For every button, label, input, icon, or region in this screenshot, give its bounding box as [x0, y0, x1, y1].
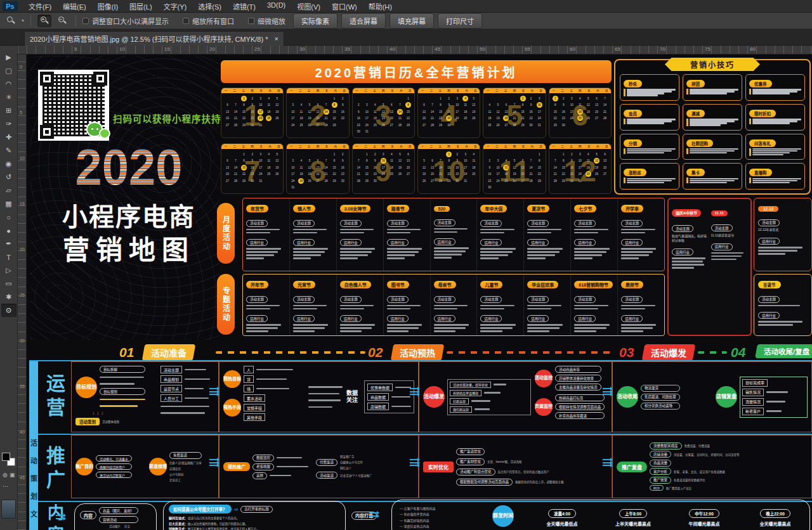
- panel-thumbnail[interactable]: [1, 500, 16, 519]
- preset-caret-icon[interactable]: ▾: [22, 18, 24, 23]
- day: 26: [494, 122, 502, 129]
- option-checkbox[interactable]: 细微缩放: [248, 16, 285, 26]
- day: 2: [445, 95, 453, 102]
- warmup-goal-node: 预热目标: [223, 370, 241, 388]
- lasso-tool[interactable]: ◠: [1, 77, 16, 91]
- crop-tool[interactable]: ⊞: [1, 104, 16, 117]
- day: 7: [428, 102, 436, 109]
- industry-label: 适用行业: [387, 315, 409, 322]
- weekday-label: 三: [373, 89, 376, 93]
- calendar-days: 1234567891011121314151617181920212223242…: [551, 95, 609, 129]
- day: 12: [273, 102, 281, 109]
- option-checkbox[interactable]: 缩放所有窗口: [183, 16, 234, 26]
- edit-toolbar-icon[interactable]: ⋯: [3, 483, 8, 489]
- marquee-tool[interactable]: ▢: [1, 64, 16, 77]
- weekday-label: 五: [587, 89, 590, 93]
- content-node: 内容: [80, 511, 96, 519]
- panel-grip[interactable]: ·······: [0, 46, 17, 51]
- dodge-tool[interactable]: ●: [1, 224, 16, 237]
- content-cluster-box: 内容 商品（图片、素材） 营销活动 活动图片 社交: [74, 503, 157, 530]
- vertical-ruler: 051015202530354045: [18, 55, 27, 530]
- text-line: [690, 124, 721, 126]
- healing-brush-tool[interactable]: ✚: [1, 131, 16, 144]
- menu-滤镜(T)[interactable]: 滤镜(T): [227, 0, 261, 13]
- pen-tool[interactable]: ✒: [1, 237, 16, 250]
- day: 21: [527, 171, 535, 178]
- day: 10: [453, 102, 461, 109]
- gradient-tool[interactable]: ▦: [1, 197, 16, 210]
- day: 21: [551, 171, 560, 178]
- calendar-weekday-header: 一二三四五六日: [221, 144, 283, 149]
- zoom-in-button[interactable]: +: [37, 15, 51, 27]
- menu-3D(D)[interactable]: 3D(D): [261, 0, 291, 13]
- menu-视图(V)[interactable]: 视图(V): [291, 0, 326, 13]
- day-blank: [289, 151, 297, 158]
- festival-day: 8: [332, 102, 337, 108]
- day: 19: [420, 171, 428, 178]
- eyedropper-tool[interactable]: ✑: [1, 117, 16, 131]
- day: 19: [593, 164, 601, 171]
- type-tool[interactable]: T: [1, 250, 16, 264]
- strip-char: 策: [30, 473, 38, 483]
- document-canvas[interactable]: 扫码可以获得小程序扶持 2020 小程序电商 营销地图 2020营销日历&全年营…: [27, 55, 812, 530]
- day: 21: [436, 171, 445, 178]
- content-type-item: — 有趣又好玩的内容: [400, 518, 482, 522]
- menu-文件(F)[interactable]: 文件(F): [23, 0, 57, 13]
- tab-close-icon[interactable]: ×: [274, 35, 278, 42]
- eraser-tool[interactable]: ▱: [1, 184, 16, 197]
- menu-窗口(W)[interactable]: 窗口(W): [326, 0, 363, 13]
- day: 24: [256, 171, 265, 178]
- checkbox-icon[interactable]: [183, 18, 189, 24]
- checkbox-icon[interactable]: [82, 18, 89, 24]
- blur-tool[interactable]: ○: [1, 210, 16, 224]
- options-button-适合屏幕[interactable]: 适合屏幕: [341, 13, 386, 29]
- day: 21: [355, 171, 363, 178]
- options-button-打印尺寸[interactable]: 打印尺寸: [438, 13, 482, 29]
- text-line: [434, 231, 458, 233]
- festival-day: 24: [258, 115, 263, 121]
- festival-card-母亲节: 母亲节活动主题适用行业: [431, 275, 478, 335]
- move-tool[interactable]: ▶: [1, 51, 16, 64]
- shape-tool[interactable]: ▭: [1, 277, 16, 290]
- tip-label: 分销: [624, 139, 642, 147]
- text-line: [434, 305, 468, 307]
- day: 2: [560, 95, 568, 102]
- options-button-实际像素[interactable]: 实际像素: [293, 13, 337, 29]
- options-button-填充屏幕[interactable]: 填充屏幕: [390, 13, 434, 29]
- history-brush-tool[interactable]: ↺: [1, 171, 16, 184]
- screen-mode-icon[interactable]: ▣: [10, 472, 15, 478]
- festival-card-夏凉节: 夏凉节活动主题适用行业: [524, 198, 571, 271]
- color-swatches[interactable]: [2, 453, 16, 467]
- menu-文字(Y)[interactable]: 文字(Y): [158, 0, 193, 13]
- zoom-tool-preset[interactable]: [4, 15, 18, 27]
- festival-card-毕业狂欢季: 毕业狂欢季活动主题适用行业: [524, 275, 571, 335]
- tip-card-社群团购: 社群团购: [683, 134, 742, 160]
- quick-mask-icon[interactable]: ◍: [3, 472, 8, 478]
- menu-选择(S)[interactable]: 选择(S): [192, 0, 227, 13]
- tip-line: [624, 181, 676, 183]
- day: 12: [305, 164, 313, 171]
- weekday-label: 五: [391, 89, 393, 93]
- menu-图像(I)[interactable]: 图像(I): [92, 0, 124, 13]
- menu-图层(L)[interactable]: 图层(L): [124, 0, 157, 13]
- checkbox-icon[interactable]: [248, 18, 254, 24]
- day: 7: [551, 158, 560, 165]
- brush-tool[interactable]: ✎: [1, 144, 16, 157]
- menu-编辑(E)[interactable]: 编辑(E): [57, 0, 92, 13]
- ruler-number: 15: [164, 46, 170, 52]
- day: 22: [331, 171, 339, 178]
- calendar-banner: 2020营销日历&全年营销计划: [221, 60, 612, 83]
- document-tab[interactable]: 2020小程序电商营销地图.jpg @ 12.5% (扫码可以获得小程序扶持, …: [24, 31, 284, 46]
- day: 9: [527, 102, 535, 109]
- menu-帮助(H)[interactable]: 帮助(H): [363, 0, 398, 13]
- zoom-out-button[interactable]: −: [55, 15, 69, 27]
- path-select-tool[interactable]: ▷: [1, 264, 16, 277]
- text-line: [246, 251, 278, 253]
- option-checkbox[interactable]: 调整窗口大小以满屏显示: [82, 16, 169, 26]
- theme-label: 活动主题: [293, 220, 315, 227]
- bullet-icon: [624, 152, 625, 154]
- hand-tool[interactable]: ✱: [1, 290, 16, 304]
- magic-wand-tool[interactable]: ✳: [1, 91, 16, 104]
- zoom-tool[interactable]: ⊙: [1, 304, 16, 317]
- clone-stamp-tool[interactable]: ◉: [1, 157, 16, 171]
